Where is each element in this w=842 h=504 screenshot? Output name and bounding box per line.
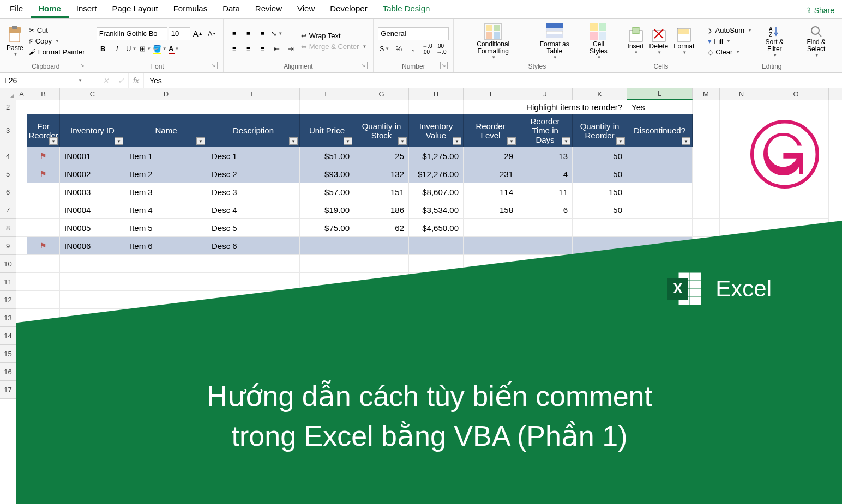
reorder-level[interactable]: 29 xyxy=(464,147,518,165)
inventory-value[interactable]: $12,276.00 xyxy=(409,165,464,183)
reorder-level[interactable] xyxy=(464,219,518,237)
cell[interactable] xyxy=(693,201,720,219)
filter-button[interactable]: ▼ xyxy=(196,137,205,145)
filter-button[interactable]: ▼ xyxy=(49,137,58,145)
tab-home[interactable]: Home xyxy=(31,1,69,18)
filter-button[interactable]: ▼ xyxy=(562,137,570,145)
row-header-3[interactable]: 3 xyxy=(0,114,16,147)
column-header-D[interactable]: D xyxy=(125,88,207,100)
highlight-answer[interactable]: Yes xyxy=(627,100,693,114)
row-header-2[interactable]: 2 xyxy=(0,100,16,114)
tab-table-design[interactable]: Table Design xyxy=(375,1,438,18)
cell[interactable] xyxy=(409,100,464,114)
reorder-time[interactable]: 13 xyxy=(518,147,573,165)
tab-page-layout[interactable]: Page Layout xyxy=(104,1,165,18)
column-header-J[interactable]: J xyxy=(518,88,573,100)
tab-review[interactable]: Review xyxy=(248,1,290,18)
decrease-decimal-button[interactable]: .00→.0 xyxy=(435,42,448,56)
reorder-level[interactable] xyxy=(464,237,518,255)
cell[interactable] xyxy=(16,147,27,165)
italic-button[interactable]: I xyxy=(111,42,124,56)
discontinued[interactable] xyxy=(627,147,693,165)
reorder-time[interactable]: 4 xyxy=(518,165,573,183)
column-header-E[interactable]: E xyxy=(207,88,300,100)
cell[interactable] xyxy=(693,219,720,237)
reorder-flag[interactable]: ⚑ xyxy=(27,165,60,183)
font-name-combo[interactable] xyxy=(97,27,167,40)
align-bottom-button[interactable]: ≡ xyxy=(256,27,269,40)
decrease-font-button[interactable]: A▼ xyxy=(206,27,219,40)
align-middle-button[interactable]: ≡ xyxy=(242,27,255,40)
row-header-4[interactable]: 4 xyxy=(0,147,16,165)
decrease-indent-button[interactable]: ⇤ xyxy=(270,42,284,56)
table-header[interactable]: Reorder Level▼ xyxy=(464,114,518,147)
inventory-id[interactable]: IN0005 xyxy=(60,219,125,237)
inventory-value[interactable]: $3,534.00 xyxy=(409,201,464,219)
row-header-17[interactable]: 17 xyxy=(0,381,16,399)
cell[interactable] xyxy=(720,201,763,219)
cell[interactable] xyxy=(16,201,27,219)
column-header-M[interactable]: M xyxy=(693,88,720,100)
qty-stock[interactable]: 186 xyxy=(354,201,409,219)
cell[interactable] xyxy=(763,201,829,219)
sort-filter-button[interactable]: AZ Sort & Filter▼ xyxy=(755,21,794,62)
cell[interactable] xyxy=(60,291,125,309)
qty-reorder[interactable]: 50 xyxy=(573,201,627,219)
column-header-F[interactable]: F xyxy=(300,88,354,100)
cell[interactable] xyxy=(16,255,27,273)
cell[interactable] xyxy=(720,100,763,114)
discontinued[interactable] xyxy=(627,165,693,183)
increase-indent-button[interactable]: ⇥ xyxy=(285,42,298,56)
row-header-15[interactable]: 15 xyxy=(0,345,16,363)
borders-button[interactable]: ⊞▼ xyxy=(139,42,152,56)
inventory-id[interactable]: IN0004 xyxy=(60,201,125,219)
delete-cells-button[interactable]: Delete▼ xyxy=(647,21,671,62)
name-box[interactable]: L26▼ xyxy=(0,73,87,88)
select-all-corner[interactable] xyxy=(0,88,16,100)
inventory-id[interactable]: IN0001 xyxy=(60,147,125,165)
item-name[interactable]: Item 4 xyxy=(125,201,207,219)
item-name[interactable]: Item 3 xyxy=(125,183,207,201)
reorder-time[interactable] xyxy=(518,219,573,237)
inventory-value[interactable] xyxy=(409,237,464,255)
item-desc[interactable]: Desc 5 xyxy=(207,219,300,237)
cell[interactable] xyxy=(16,273,27,291)
item-desc[interactable]: Desc 2 xyxy=(207,165,300,183)
cell[interactable] xyxy=(27,100,60,114)
qty-stock[interactable]: 132 xyxy=(354,165,409,183)
column-header-O[interactable]: O xyxy=(763,88,829,100)
cell[interactable] xyxy=(125,273,207,291)
row-header-13[interactable]: 13 xyxy=(0,309,16,327)
tab-insert[interactable]: Insert xyxy=(69,1,105,18)
orientation-button[interactable]: ⤡▼ xyxy=(270,27,284,40)
tab-data[interactable]: Data xyxy=(215,1,248,18)
merge-center-button[interactable]: ⬌Merge & Center▼ xyxy=(299,41,369,52)
increase-font-button[interactable]: A▲ xyxy=(191,27,205,40)
currency-button[interactable]: $▼ xyxy=(378,42,391,56)
wrap-text-button[interactable]: ↩Wrap Text xyxy=(299,31,369,41)
table-header[interactable]: Unit Price▼ xyxy=(300,114,354,147)
discontinued[interactable] xyxy=(627,201,693,219)
format-cells-button[interactable]: Format▼ xyxy=(671,21,696,62)
reorder-level[interactable]: 114 xyxy=(464,183,518,201)
filter-button[interactable]: ▼ xyxy=(289,137,298,145)
filter-button[interactable]: ▼ xyxy=(507,137,516,145)
column-header-K[interactable]: K xyxy=(573,88,627,100)
copy-button[interactable]: ⎘Copy▼ xyxy=(27,36,87,46)
reorder-flag[interactable] xyxy=(27,201,60,219)
clipboard-launcher[interactable]: ↘ xyxy=(79,62,86,69)
unit-price[interactable] xyxy=(300,237,354,255)
tab-formulas[interactable]: Formulas xyxy=(166,1,215,18)
item-name[interactable]: Item 1 xyxy=(125,147,207,165)
table-header[interactable]: Discontinued?▼ xyxy=(627,114,693,147)
column-header-H[interactable]: H xyxy=(409,88,464,100)
column-header-N[interactable]: N xyxy=(720,88,763,100)
align-center-button[interactable]: ≡ xyxy=(242,42,255,56)
item-desc[interactable]: Desc 1 xyxy=(207,147,300,165)
reorder-time[interactable]: 11 xyxy=(518,183,573,201)
qty-reorder[interactable] xyxy=(573,219,627,237)
unit-price[interactable]: $93.00 xyxy=(300,165,354,183)
cell[interactable] xyxy=(60,100,125,114)
item-desc[interactable]: Desc 6 xyxy=(207,237,300,255)
reorder-time[interactable] xyxy=(518,237,573,255)
